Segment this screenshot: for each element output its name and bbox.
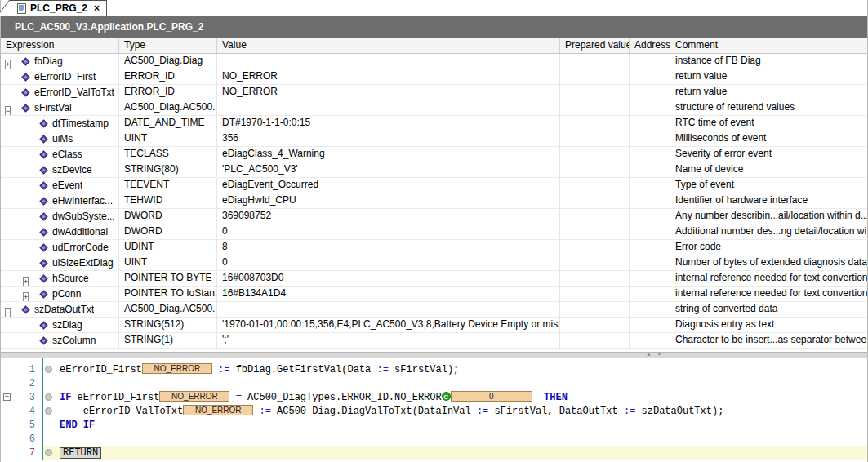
expression-cell[interactable]: −szDataOutTxt [1,302,119,317]
value-cell[interactable]: 0 [217,224,560,239]
expression-cell[interactable]: eHwInterfac... [1,193,119,208]
code-line-current[interactable]: 7RETURN [1,446,867,460]
comment-cell[interactable]: Any number describin...ail/location with… [670,209,867,224]
table-row[interactable]: dtTimestampDATE_AND_TIMEDT#1970-1-1-0:0:… [1,116,867,131]
value-cell[interactable]: eDiagClass_4_Warning [217,147,560,162]
prepared-value-cell[interactable] [560,147,630,162]
prepared-value-cell[interactable] [560,162,630,177]
table-row[interactable]: uiMsUINT356Milliseconds of event [1,131,867,147]
address-cell[interactable] [630,333,670,348]
expression-cell[interactable]: dtTimestamp [1,116,119,131]
comment-cell[interactable]: Number of bytes of extended diagnosis da… [670,255,867,270]
address-cell[interactable] [630,287,670,301]
tab-plc-prg-2[interactable]: PLC_PRG_2 × [12,0,107,16]
breakpoint-marker-icon[interactable] [45,449,52,456]
expression-cell[interactable]: eErrorID_ValToTxt [1,85,119,100]
value-cell[interactable]: ';' [217,333,560,348]
table-row[interactable]: szDeviceSTRING(80)'PLC_AC500_V3'Name of … [1,162,867,178]
expression-cell[interactable]: −sFirstVal [1,100,119,115]
column-header-address[interactable]: Address [630,38,670,53]
value-cell[interactable]: 356 [217,131,560,146]
type-cell[interactable]: ERROR_ID [119,85,217,100]
value-cell[interactable]: DT#1970-1-1-0:0:15 [217,116,560,131]
type-cell[interactable]: DATE_AND_TIME [119,116,217,131]
address-cell[interactable] [630,318,670,332]
value-cell[interactable]: 'PLC_AC500_V3' [217,162,560,177]
type-cell[interactable]: UINT [119,131,217,146]
prepared-value-cell[interactable] [560,116,630,131]
table-row[interactable]: szDiagSTRING(512)'1970-01-01;00:00:15,35… [1,318,867,333]
column-header-value[interactable]: Value [217,38,560,53]
address-cell[interactable] [630,162,670,177]
column-header-expression[interactable]: Expression [1,38,119,53]
table-row[interactable]: +pConnPOINTER TO IoStan...16#B134A1D4int… [1,287,867,302]
collapse-icon[interactable]: − [5,106,11,116]
prepared-value-cell[interactable] [560,193,630,208]
expression-cell[interactable]: eEvent [1,178,119,193]
expression-cell[interactable]: +pConn [1,287,119,301]
comment-cell[interactable]: internal reference needed for text conve… [670,287,867,301]
prepared-value-cell[interactable] [560,240,630,255]
breakpoint-marker-icon[interactable] [45,407,52,415]
column-header-type[interactable]: Type [119,38,217,53]
address-cell[interactable] [630,178,670,193]
expand-icon[interactable]: + [23,292,29,302]
table-row[interactable]: dwSubSyste...DWORD369098752Any number de… [1,209,867,224]
expression-cell[interactable]: dwSubSyste... [1,209,119,224]
address-cell[interactable] [630,255,670,270]
prepared-value-cell[interactable] [560,100,630,115]
type-cell[interactable]: UDINT [119,240,217,255]
prepared-value-cell[interactable] [560,271,630,286]
expand-icon[interactable]: + [5,60,11,69]
comment-cell[interactable]: string of converted data [670,302,867,317]
type-cell[interactable]: AC500_Diag.Diag [119,54,217,69]
table-row[interactable]: +fbDiagAC500_Diag.Diaginstance of FB Dia… [1,54,867,69]
table-row[interactable]: eErrorID_ValToTxtERROR_IDNO_ERRORreturn … [1,85,867,100]
expression-cell[interactable]: udErrorCode [1,240,119,255]
prepared-value-cell[interactable] [560,209,630,224]
type-cell[interactable]: STRING(512) [119,318,217,332]
comment-cell[interactable]: Name of device [670,162,867,177]
column-header-comment[interactable]: Comment [670,38,867,53]
comment-cell[interactable]: Identifier of hardware interface [670,193,867,208]
comment-cell[interactable]: Diagnosis entry as text [670,318,867,332]
prepared-value-cell[interactable] [560,131,630,146]
table-row[interactable]: dwAdditionalDWORD0Additional number des.… [1,224,867,240]
comment-cell[interactable]: Type of event [670,178,867,193]
code-line[interactable]: 2 [1,376,867,390]
value-cell[interactable]: NO_ERROR [217,69,560,84]
table-row[interactable]: −szDataOutTxtAC500_Diag.AC500...string o… [1,302,867,318]
address-cell[interactable] [630,147,670,162]
splitter-arrows-icon[interactable]: ▲▼ [646,351,667,357]
type-cell[interactable]: POINTER TO BYTE [119,271,217,286]
prepared-value-cell[interactable] [560,318,630,332]
comment-cell[interactable]: Milliseconds of event [670,131,867,146]
comment-cell[interactable]: instance of FB Diag [670,54,867,69]
prepared-value-cell[interactable] [560,287,630,301]
expression-cell[interactable]: szDevice [1,162,119,177]
address-cell[interactable] [630,240,670,255]
type-cell[interactable]: AC500_Diag.AC500... [119,302,217,317]
code-line[interactable]: 1eErrorID_FirstNO_ERROR := fbDiag.GetFir… [1,362,867,376]
expression-cell[interactable]: szColumn [1,333,119,348]
prepared-value-cell[interactable] [560,85,630,100]
address-cell[interactable] [630,271,670,286]
table-row[interactable]: eClassTECLASSeDiagClass_4_WarningSeverit… [1,147,867,162]
prepared-value-cell[interactable] [560,302,630,317]
value-cell[interactable] [217,54,560,69]
table-row[interactable]: eErrorID_FirstERROR_IDNO_ERRORreturn val… [1,69,867,85]
comment-cell[interactable]: return value [670,69,867,84]
comment-cell[interactable]: structure of returend values [670,100,867,115]
type-cell[interactable]: STRING(1) [119,333,217,348]
value-cell[interactable]: 16#B134A1D4 [217,287,560,301]
table-row[interactable]: eHwInterfac...TEHWIDeDiagHwId_CPUIdentif… [1,193,867,209]
code-line[interactable]: 6 [1,432,867,446]
type-cell[interactable]: TEHWID [119,193,217,208]
type-cell[interactable]: ERROR_ID [119,69,217,84]
type-cell[interactable]: AC500_Diag.AC500... [119,100,217,115]
type-cell[interactable]: POINTER TO IoStan... [119,287,217,301]
column-header-prepared-value[interactable]: Prepared value [560,38,630,53]
value-cell[interactable]: 0 [217,255,560,270]
table-row[interactable]: uiSizeExtDiagUINT0Number of bytes of ext… [1,255,867,271]
code-line[interactable]: −3IF eErrorID_FirstNO_ERROR = AC500_Diag… [1,390,867,404]
